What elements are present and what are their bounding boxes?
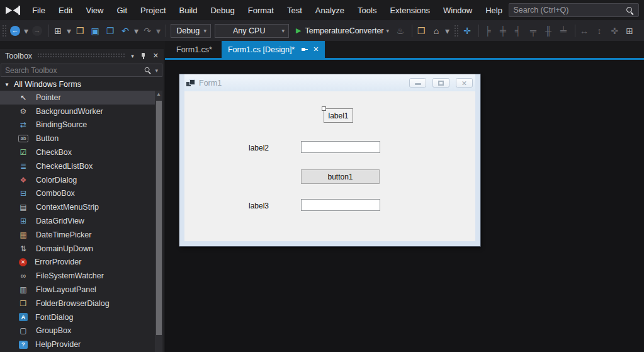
toolbox-item-contextmenustrip[interactable]: ▤ ContextMenuStrip [0,200,155,214]
toolbox-header[interactable]: Toolbox ▾ ✕ [0,49,164,62]
close-button[interactable]: ✕ [456,78,473,88]
minimize-button[interactable] [409,78,426,88]
platform-combo[interactable]: Any CPU ▾ [215,24,289,38]
toolbar-drag-grip [453,24,460,38]
toolbox-item-combobox[interactable]: ⊟ ComboBox [0,187,155,201]
toolbox-item-domainupdown[interactable]: ⇅ DomainUpDown [0,242,155,256]
toolbox-item-folderbrowserdialog[interactable]: ❒ FolderBrowserDialog [0,297,155,310]
align-lefts-button[interactable]: ╞ [482,23,497,38]
undo-button[interactable]: ↶ [119,23,134,38]
maximize-button[interactable] [432,78,449,88]
control-label3[interactable]: label3 [249,202,269,210]
toolbox-item-backgroundworker[interactable]: ⚙ BackgroundWorker [0,105,155,118]
toolbox-item-colordialog[interactable]: ❖ ColorDialog [0,173,155,187]
menu-item[interactable]: Format [241,0,280,20]
designed-form[interactable]: Form1 ✕ label1 label2 button1 label3 [179,74,480,246]
menu-item[interactable]: View [79,0,110,20]
make-same-size-button[interactable]: ✜ [608,23,623,38]
toolbox-item-icon: ▥ [18,285,28,294]
toolbox-item-flowlayoutpanel[interactable]: ▥ FlowLayoutPanel [0,283,155,297]
debug-configuration-combo[interactable]: Debug ▾ [171,24,211,38]
new-project-caret[interactable]: ▾ [67,23,74,38]
toolbox-drag-texture [37,53,125,59]
menu-item[interactable]: Tools [351,0,383,20]
quick-search-input[interactable]: Search (Ctrl+Q) [509,3,639,17]
tab-form1-cs-design[interactable]: Form1.cs [Design]* ✕ [222,41,325,58]
control-textbox2[interactable] [301,199,380,211]
redo-caret[interactable]: ▾ [156,23,163,38]
make-same-width-button[interactable]: ↔ [578,23,593,38]
undo-caret[interactable]: ▾ [134,23,141,38]
preview-window-button[interactable]: ⌂ [430,23,445,38]
align-rights-button[interactable]: ╡ [512,23,527,38]
toolbox-item-button[interactable]: ab Button [0,132,155,145]
close-icon[interactable]: ✕ [313,45,319,54]
menu-item[interactable]: Help [479,0,509,20]
menu-item[interactable]: Window [436,0,478,20]
menu-item[interactable]: Extensions [383,0,437,20]
toolbox-search-placeholder: Search Toolbox [5,66,143,75]
toolbox-item-checkbox[interactable]: ☑ CheckBox [0,145,155,159]
align-middles-button[interactable]: ╫ [542,23,557,38]
toolbox-search-input[interactable]: Search Toolbox ▾ [1,64,162,77]
snap-to-grid-button[interactable]: ✛ [461,23,476,38]
new-project-button[interactable]: ⊞ [52,23,67,38]
toolbox-item-groupbox[interactable]: ▢ GroupBox [0,324,155,338]
pin-icon[interactable] [300,45,308,54]
menu-item[interactable]: Debug [204,0,241,20]
start-debugging-button[interactable]: ▶ TemperatureConverter ▾ [292,23,393,38]
toolbox-item-bindingsource[interactable]: ⇄ BindingSource [0,118,155,132]
close-icon[interactable]: ✕ [153,52,159,60]
chevron-down-icon[interactable]: ▾ [155,67,158,74]
control-button1[interactable]: button1 [301,169,380,184]
hot-reload-button[interactable]: ♨ [394,23,409,38]
menu-item[interactable]: File [26,0,52,20]
label1-text: label1 [328,111,348,120]
tab-form1-cs[interactable]: Form1.cs* [167,41,222,58]
toolbox-item-datetimepicker[interactable]: ▦ DateTimePicker [0,228,155,242]
window-position-menu-icon[interactable]: ▾ [131,53,134,59]
toolbox-item-filesystemwatcher[interactable]: ∞ FileSystemWatcher [0,269,155,283]
menu-item[interactable]: Edit [52,0,79,20]
toolbox-group-all-windows-forms[interactable]: ▼ All Windows Forms [0,78,164,91]
toolbox-item-checkedlistbox[interactable]: ≣ CheckedListBox [0,159,155,173]
toolbar-icon-glyph: ▣ [91,26,99,35]
align-tops-button[interactable]: ╤ [527,23,542,38]
pin-icon[interactable] [140,52,147,60]
toolbox-item-errorprovider[interactable]: ✕ ErrorProvider [0,256,155,270]
tab-order-button[interactable]: ⊞ [623,23,638,38]
navigate-back-button[interactable]: ← [9,23,24,38]
toolbox-item-helpprovider[interactable]: ? HelpProvider [0,338,155,351]
folder-search-button[interactable]: ❒ [415,23,430,38]
preview-window-caret[interactable]: ▾ [445,23,452,38]
control-label2[interactable]: label2 [249,144,269,152]
selection-drag-handle[interactable] [322,106,326,111]
scrollbar-thumb[interactable] [156,101,162,335]
control-textbox1[interactable] [301,141,380,153]
menu-item[interactable]: Analyze [308,0,351,20]
toolbox-item-label: FlowLayoutPanel [36,285,96,294]
toolbox-item-datagridview[interactable]: ⊞ DataGridView [0,214,155,228]
make-same-height-button[interactable]: ↕ [593,23,608,38]
save-button[interactable]: ▣ [89,23,104,38]
align-centers-button[interactable]: ╪ [497,23,512,38]
standard-toolbar: ← ▾ → ⊞ [0,20,644,41]
menu-item[interactable]: Project [134,0,172,20]
redo-button[interactable]: ↷ [141,23,156,38]
chevron-down-icon: ▾ [203,28,206,34]
menu-item[interactable]: Build [172,0,204,20]
toolbox-item-fontdialog[interactable]: A FontDialog [0,310,155,324]
menu-item[interactable]: Test [280,0,308,20]
open-file-button[interactable]: ❒ [74,23,89,38]
align-bottoms-button[interactable]: ╧ [557,23,572,38]
menu-item[interactable]: Git [110,0,134,20]
search-icon[interactable] [625,6,635,15]
navigate-back-caret[interactable]: ▾ [24,23,31,38]
save-all-button[interactable]: ❐ [104,23,119,38]
control-label1[interactable]: label1 [324,108,353,123]
toolbox-item-pointer[interactable]: ↖ Pointer [0,91,155,105]
toolbox-scrollbar[interactable]: ▲ [155,91,162,352]
scroll-up-icon[interactable]: ▲ [155,91,162,98]
visual-studio-window: File Edit View Git Project Build Debug F… [0,0,644,352]
navigate-forward-button[interactable]: → [31,23,46,38]
